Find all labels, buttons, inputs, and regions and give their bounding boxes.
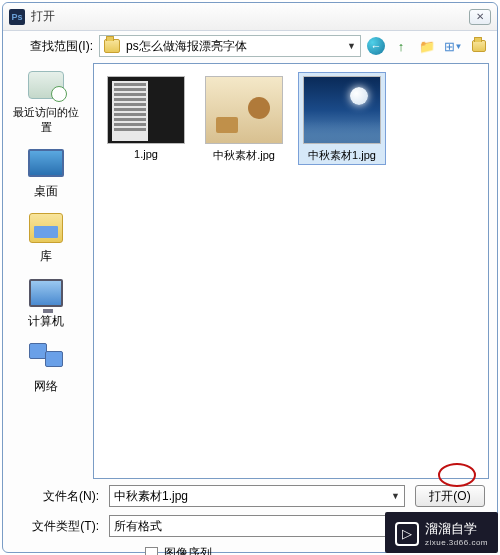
play-icon: ▷ [395,522,419,546]
nav-newfolder-button[interactable]: 📁 [417,36,437,56]
filename-combo[interactable]: 中秋素材1.jpg ▼ [109,485,405,507]
file-name: 中秋素材.jpg [202,148,286,163]
chevron-down-icon: ▼ [391,491,400,501]
places-bar: 最近访问的位置 桌面 库 计算机 网络 [3,61,89,481]
chevron-down-icon: ▼ [347,41,356,51]
file-name: 1.jpg [104,148,188,160]
app-icon: Ps [9,9,25,25]
nav-views-button[interactable]: ⊞ ▼ [443,36,463,56]
nav-up-button[interactable]: ↑ [391,36,411,56]
filetype-label: 文件类型(T): [15,518,99,535]
file-item-selected[interactable]: 中秋素材1.jpg [298,72,386,165]
close-button[interactable]: ✕ [469,9,491,25]
computer-icon [29,279,63,307]
file-item[interactable]: 1.jpg [102,72,190,165]
titlebar: Ps 打开 ✕ [3,3,497,31]
look-in-row: 查找范围(I): ps怎么做海报漂亮字体 ▼ ← ↑ 📁 ⊞ ▼ [3,31,497,61]
network-icon [29,343,63,373]
nav-back-button[interactable]: ← [367,37,385,55]
sequence-label: 图像序列 [164,545,212,555]
filename-label: 文件名(N): [15,488,99,505]
sequence-checkbox[interactable] [145,547,158,555]
dialog-title: 打开 [31,8,469,25]
folder-icon [472,40,486,52]
open-button[interactable]: 打开(O) [415,485,485,507]
recent-icon [28,71,64,99]
file-name: 中秋素材1.jpg [300,148,384,163]
nav-icons: ← ↑ 📁 ⊞ ▼ [367,36,489,56]
libraries-icon [29,213,63,243]
open-dialog: Ps 打开 ✕ 查找范围(I): ps怎么做海报漂亮字体 ▼ ← ↑ 📁 ⊞ ▼… [2,2,498,553]
file-thumbnail [303,76,381,144]
body-area: 最近访问的位置 桌面 库 计算机 网络 1.jpg [3,61,497,481]
nav-extra-button[interactable] [469,36,489,56]
file-list[interactable]: 1.jpg 中秋素材.jpg 中秋素材1.jpg [93,63,489,479]
watermark: ▷ 溜溜自学 zixue.3d66.com [385,512,498,553]
watermark-brand: 溜溜自学 [425,521,477,536]
place-network[interactable]: 网络 [9,340,83,395]
place-recent[interactable]: 最近访问的位置 [9,67,83,135]
watermark-url: zixue.3d66.com [425,538,488,547]
look-in-label: 查找范围(I): [11,38,93,55]
place-libraries[interactable]: 库 [9,210,83,265]
filetype-combo[interactable]: 所有格式 ▼ [109,515,405,537]
place-desktop[interactable]: 桌面 [9,145,83,200]
look-in-value: ps怎么做海报漂亮字体 [126,38,341,55]
file-item[interactable]: 中秋素材.jpg [200,72,288,165]
desktop-icon [28,149,64,177]
file-thumbnail [205,76,283,144]
place-computer[interactable]: 计算机 [9,275,83,330]
folder-icon [104,39,120,53]
look-in-combo[interactable]: ps怎么做海报漂亮字体 ▼ [99,35,361,57]
file-thumbnail [107,76,185,144]
